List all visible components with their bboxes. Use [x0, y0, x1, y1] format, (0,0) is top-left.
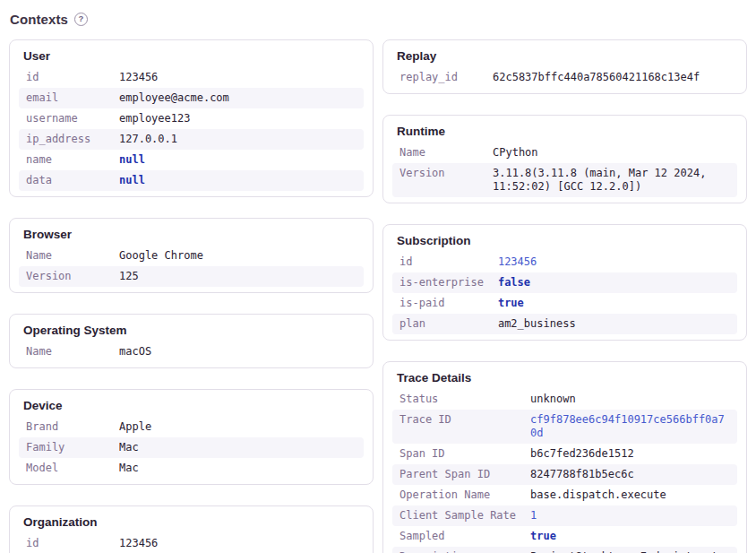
help-icon[interactable]: ?	[74, 13, 88, 26]
context-row: Name Google Chrome	[19, 246, 364, 266]
context-value: macOS	[112, 341, 364, 362]
context-key: Status	[392, 389, 523, 410]
context-key: Description	[392, 547, 523, 553]
context-row: Family Mac	[19, 437, 364, 458]
context-key: Parent Span ID	[392, 464, 523, 485]
context-row: Brand Apple	[19, 417, 364, 437]
context-value: 123456	[112, 533, 364, 553]
context-row: Operation Name base.dispatch.execute	[392, 485, 737, 505]
card-title: Trace Details	[397, 371, 737, 385]
page-title: Contexts	[10, 12, 68, 27]
context-key: id	[19, 533, 112, 553]
context-value: Mac	[112, 458, 364, 479]
context-row: username employee123	[19, 108, 364, 129]
context-value: employee123	[112, 108, 364, 129]
card-organization: Organization id 123456 slug acme	[9, 505, 374, 553]
card-title: Operating System	[23, 324, 364, 338]
card-replay: Replay replay_id 62c5837bffc440a78560421…	[382, 39, 747, 94]
context-key: Name	[19, 246, 112, 266]
context-value: 127.0.0.1	[112, 129, 364, 150]
context-value: ProjectStacktraceEndpoint.get	[523, 547, 737, 553]
context-key: Sampled	[392, 526, 523, 547]
context-value-replay-id: 62c5837bffc440a78560421168c13e4f	[485, 67, 737, 88]
contexts-header: Contexts ?	[10, 11, 747, 27]
context-value: CPython	[485, 143, 737, 163]
context-row: id 123456	[19, 67, 364, 88]
context-row: Span ID b6c7fed236de1512	[392, 444, 737, 464]
context-key: Version	[19, 266, 112, 287]
context-value: 123456	[112, 67, 364, 88]
context-value: Mac	[112, 437, 364, 458]
card-title: Device	[23, 399, 364, 413]
context-row: ip_address 127.0.0.1	[19, 129, 364, 150]
context-row: Model Mac	[19, 458, 364, 479]
trace-id-link[interactable]: cf9f878ee6c94f10917ce566bff0a70d	[530, 413, 725, 439]
contexts-grid: User id 123456 email employee@acme.com u…	[9, 39, 747, 553]
context-key: id	[392, 252, 491, 272]
card-operating-system: Operating System Name macOS	[9, 314, 374, 368]
context-row: Trace ID cf9f878ee6c94f10917ce566bff0a70…	[392, 410, 737, 444]
context-value: Apple	[112, 417, 364, 437]
card-title: Replay	[397, 49, 737, 64]
right-column: Replay replay_id 62c5837bffc440a78560421…	[382, 39, 747, 553]
context-value-trace-id: cf9f878ee6c94f10917ce566bff0a70d	[523, 410, 737, 444]
context-row: Sampled true	[392, 526, 737, 547]
context-row: Parent Span ID 8247788f81b5ec6c	[392, 464, 737, 485]
context-value: b6c7fed236de1512	[523, 444, 737, 464]
card-title: Subscription	[397, 234, 737, 248]
context-key: username	[19, 108, 112, 129]
context-key: Brand	[19, 417, 112, 437]
context-row: Version 125	[19, 266, 364, 287]
context-row: plan am2_business	[392, 314, 737, 334]
context-key: is-enterprise	[392, 272, 491, 293]
context-key: Name	[19, 341, 112, 362]
context-row: Client Sample Rate 1	[392, 505, 737, 526]
context-value: Google Chrome	[112, 246, 364, 266]
context-value: base.dispatch.execute	[523, 485, 737, 505]
context-row: replay_id 62c5837bffc440a78560421168c13e…	[392, 67, 737, 88]
context-value-number: 123456	[491, 252, 737, 272]
card-title: User	[23, 49, 364, 64]
context-key: Name	[392, 143, 485, 163]
left-column: User id 123456 email employee@acme.com u…	[9, 39, 374, 553]
card-trace-details: Trace Details Status unknown Trace ID cf…	[382, 361, 747, 553]
context-value-null: null	[112, 170, 364, 191]
context-row: Version 3.11.8(3.11.8 (main, Mar 12 2024…	[392, 163, 737, 197]
context-value: am2_business	[491, 314, 737, 334]
context-row: data null	[19, 170, 364, 191]
context-row: email employee@acme.com	[19, 88, 364, 108]
context-value: unknown	[523, 389, 737, 410]
context-row: is-enterprise false	[392, 272, 737, 293]
context-row: Name macOS	[19, 341, 364, 362]
card-title: Organization	[23, 515, 364, 530]
context-key: Client Sample Rate	[392, 505, 523, 526]
context-key: Operation Name	[392, 485, 523, 505]
context-key: Model	[19, 458, 112, 479]
context-key: email	[19, 88, 112, 108]
context-value-number: 1	[523, 505, 737, 526]
context-key: Span ID	[392, 444, 523, 464]
context-value-bool: true	[491, 293, 737, 314]
context-row: id 123456	[392, 252, 737, 272]
context-key: id	[19, 67, 112, 88]
context-row: name null	[19, 150, 364, 170]
card-browser: Browser Name Google Chrome Version 125	[9, 218, 374, 293]
context-value-bool: false	[491, 272, 737, 293]
card-title: Runtime	[397, 125, 737, 139]
context-key: replay_id	[392, 67, 485, 88]
context-row: Name CPython	[392, 143, 737, 163]
context-value: 8247788f81b5ec6c	[523, 464, 737, 485]
context-value: 3.11.8(3.11.8 (main, Mar 12 2024, 11:52:…	[485, 163, 737, 197]
context-row: Description ProjectStacktraceEndpoint.ge…	[392, 547, 737, 553]
context-key: is-paid	[392, 293, 491, 314]
context-value-null: null	[112, 150, 364, 170]
card-runtime: Runtime Name CPython Version 3.11.8(3.11…	[382, 115, 747, 203]
context-value: employee@acme.com	[112, 88, 364, 108]
context-key: Version	[392, 163, 485, 197]
context-row: id 123456	[19, 533, 364, 553]
context-row: Status unknown	[392, 389, 737, 410]
context-value-bool: true	[523, 526, 737, 547]
context-key: name	[19, 150, 112, 170]
context-key: ip_address	[19, 129, 112, 150]
card-subscription: Subscription id 123456 is-enterprise fal…	[382, 224, 747, 341]
